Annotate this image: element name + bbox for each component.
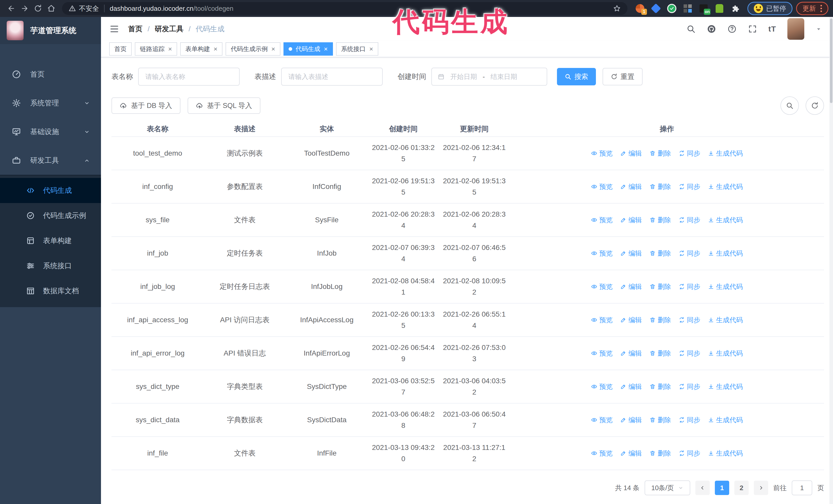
action-generate-code[interactable]: 生成代码	[708, 214, 743, 225]
breadcrumb-home[interactable]: 首页	[128, 24, 143, 34]
action-edit[interactable]: 编辑	[620, 148, 642, 159]
green-ext-icon[interactable]	[715, 4, 724, 13]
action-delete[interactable]: 删除	[649, 448, 671, 459]
action-preview[interactable]: 预览	[591, 248, 613, 259]
close-icon[interactable]: ×	[271, 46, 275, 52]
sidebar-item-system[interactable]: 系统管理	[0, 89, 101, 117]
action-preview[interactable]: 预览	[591, 414, 613, 426]
action-delete[interactable]: 删除	[649, 148, 671, 159]
action-delete[interactable]: 删除	[649, 181, 671, 192]
action-generate-code[interactable]: 生成代码	[708, 448, 743, 459]
tab-system-api[interactable]: 系统接口×	[336, 42, 378, 56]
action-sync[interactable]: 同步	[679, 314, 700, 326]
action-sync[interactable]: 同步	[679, 214, 700, 225]
close-icon[interactable]: ×	[168, 46, 172, 52]
action-generate-code[interactable]: 生成代码	[708, 281, 743, 292]
font-size-icon[interactable]: tT	[768, 25, 776, 33]
bookmark-star-icon[interactable]	[613, 5, 621, 12]
sidebar-item-form-builder[interactable]: 表单构建	[0, 228, 101, 253]
back-icon[interactable]	[5, 2, 18, 15]
scrollbar-thumb[interactable]	[830, 19, 832, 103]
action-sync[interactable]: 同步	[679, 347, 700, 359]
action-edit[interactable]: 编辑	[620, 448, 642, 459]
action-sync[interactable]: 同步	[679, 414, 700, 426]
avatar[interactable]	[787, 18, 804, 40]
close-icon[interactable]: ×	[369, 46, 373, 52]
action-edit[interactable]: 编辑	[620, 281, 642, 292]
action-delete[interactable]: 删除	[649, 214, 671, 225]
action-sync[interactable]: 同步	[679, 248, 700, 259]
import-db-button[interactable]: 基于 DB 导入	[112, 97, 181, 114]
fullscreen-icon[interactable]	[748, 24, 757, 33]
tab-home[interactable]: 首页	[109, 42, 132, 56]
action-preview[interactable]: 预览	[591, 448, 613, 459]
action-generate-code[interactable]: 生成代码	[708, 181, 743, 192]
forward-icon[interactable]	[18, 2, 31, 15]
action-edit[interactable]: 编辑	[620, 414, 642, 426]
action-preview[interactable]: 预览	[591, 281, 613, 292]
kebab-menu-icon[interactable]	[820, 5, 822, 12]
adguard-ext-icon[interactable]: 1	[635, 4, 645, 13]
page-size-select[interactable]: 10条/页	[645, 480, 690, 495]
action-delete[interactable]: 删除	[649, 314, 671, 326]
action-edit[interactable]: 编辑	[620, 314, 642, 326]
sidebar-item-system-api[interactable]: 系统接口	[0, 253, 101, 279]
dark-ext-icon[interactable]: on	[699, 4, 709, 13]
action-generate-code[interactable]: 生成代码	[708, 347, 743, 359]
tab-codegen-example[interactable]: 代码生成示例×	[225, 42, 280, 56]
action-sync[interactable]: 同步	[679, 148, 700, 159]
action-edit[interactable]: 编辑	[620, 181, 642, 192]
search-icon[interactable]	[686, 24, 696, 33]
puzzle-ext-icon[interactable]	[731, 4, 740, 13]
action-generate-code[interactable]: 生成代码	[708, 248, 743, 259]
action-edit[interactable]: 编辑	[620, 248, 642, 259]
check-ext-icon[interactable]	[667, 4, 677, 13]
goto-page-input[interactable]	[792, 480, 812, 495]
date-range-picker[interactable]: 开始日期 - 结束日期	[431, 68, 547, 86]
action-sync[interactable]: 同步	[679, 448, 700, 459]
page-button-1[interactable]: 1	[715, 481, 729, 495]
refresh-table-button[interactable]	[806, 96, 824, 115]
action-delete[interactable]: 删除	[649, 381, 671, 392]
action-delete[interactable]: 删除	[649, 414, 671, 426]
paused-badge[interactable]: 已暂停	[747, 2, 792, 15]
action-preview[interactable]: 预览	[591, 314, 613, 326]
action-sync[interactable]: 同步	[679, 281, 700, 292]
sidebar-item-codegen[interactable]: 代码生成	[0, 178, 101, 203]
sidebar-item-home[interactable]: 首页	[0, 60, 101, 89]
action-delete[interactable]: 删除	[649, 281, 671, 292]
sidebar-item-db-docs[interactable]: 数据库文档	[0, 279, 101, 304]
page-button-2[interactable]: 2	[734, 481, 749, 495]
tab-trace[interactable]: 链路追踪×	[135, 42, 177, 56]
action-preview[interactable]: 预览	[591, 181, 613, 192]
action-preview[interactable]: 预览	[591, 347, 613, 359]
action-preview[interactable]: 预览	[591, 148, 613, 159]
action-delete[interactable]: 删除	[649, 248, 671, 259]
action-preview[interactable]: 预览	[591, 381, 613, 392]
close-icon[interactable]: ×	[324, 46, 328, 52]
reset-button[interactable]: 重置	[602, 68, 643, 86]
menu-fold-icon[interactable]	[109, 24, 119, 34]
prev-page-button[interactable]	[695, 481, 710, 495]
action-sync[interactable]: 同步	[679, 181, 700, 192]
search-button[interactable]: 搜索	[557, 68, 596, 86]
tab-codegen[interactable]: 代码生成×	[284, 42, 333, 56]
action-sync[interactable]: 同步	[679, 381, 700, 392]
table-name-input[interactable]	[138, 68, 240, 86]
next-page-button[interactable]	[754, 481, 768, 495]
action-edit[interactable]: 编辑	[620, 214, 642, 225]
action-generate-code[interactable]: 生成代码	[708, 148, 743, 159]
page-scrollbar[interactable]	[829, 17, 833, 504]
toggle-search-button[interactable]	[781, 96, 799, 115]
action-edit[interactable]: 编辑	[620, 381, 642, 392]
gem-ext-icon[interactable]	[651, 4, 661, 13]
sidebar-item-infra[interactable]: 基础设施	[0, 117, 101, 146]
action-generate-code[interactable]: 生成代码	[708, 314, 743, 326]
reload-icon[interactable]	[31, 2, 45, 15]
table-desc-input[interactable]	[281, 68, 383, 86]
action-generate-code[interactable]: 生成代码	[708, 381, 743, 392]
action-edit[interactable]: 编辑	[620, 347, 642, 359]
github-icon[interactable]	[707, 24, 716, 33]
breadcrumb-devtools[interactable]: 研发工具	[155, 24, 184, 34]
home-icon[interactable]	[45, 2, 58, 15]
